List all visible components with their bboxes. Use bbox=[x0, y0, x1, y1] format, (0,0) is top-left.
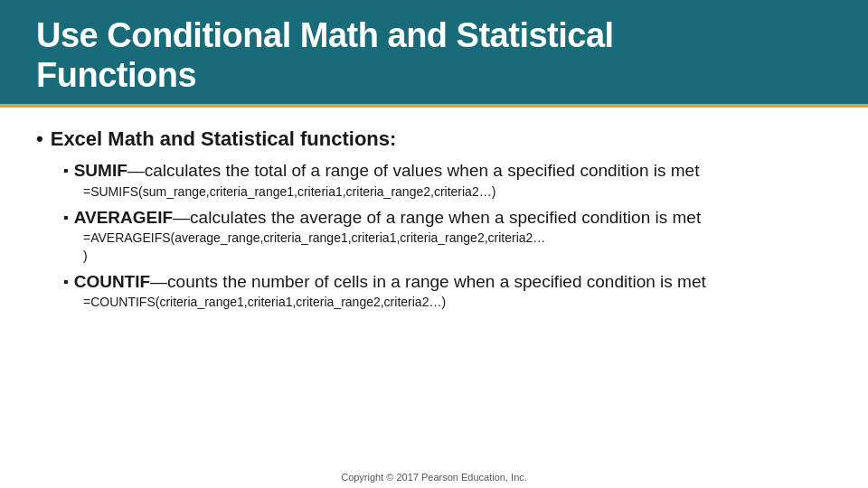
sub-items-list: SUMIF—calculates the total of a range of… bbox=[36, 160, 832, 311]
slide-title: Use Conditional Math and Statistical Fun… bbox=[36, 16, 832, 95]
averageif-description: —calculates the average of a range when … bbox=[173, 208, 701, 227]
sumif-text: SUMIF—calculates the total of a range of… bbox=[74, 160, 700, 183]
countif-text: COUNTIF—counts the number of cells in a … bbox=[74, 271, 706, 294]
list-item: COUNTIF—counts the number of cells in a … bbox=[63, 271, 832, 312]
slide-header: Use Conditional Math and Statistical Fun… bbox=[0, 0, 868, 108]
sumif-keyword: SUMIF bbox=[74, 161, 127, 180]
averageif-text: AVERAGEIF—calculates the average of a ra… bbox=[74, 207, 702, 230]
countif-item: COUNTIF—counts the number of cells in a … bbox=[63, 271, 832, 294]
countif-formula: =COUNTIFS(criteria_range1,criteria1,crit… bbox=[63, 294, 832, 312]
countif-description: —counts the number of cells in a range w… bbox=[150, 272, 706, 291]
sumif-formula: =SUMIFS(sum_range,criteria_range1,criter… bbox=[63, 183, 832, 202]
averageif-formula: =AVERAGEIFS(average_range,criteria_range… bbox=[63, 230, 832, 265]
slide: Use Conditional Math and Statistical Fun… bbox=[0, 0, 868, 488]
sumif-item: SUMIF—calculates the total of a range of… bbox=[63, 160, 832, 183]
main-bullet: Excel Math and Statistical functions: bbox=[36, 127, 832, 151]
averageif-item: AVERAGEIF—calculates the average of a ra… bbox=[63, 207, 832, 230]
copyright-text: Copyright © 2017 Pearson Education, Inc. bbox=[341, 472, 527, 483]
countif-keyword: COUNTIF bbox=[74, 272, 150, 291]
slide-content: Excel Math and Statistical functions: SU… bbox=[0, 108, 868, 466]
title-line1: Use Conditional Math and Statistical bbox=[36, 16, 614, 54]
list-item: SUMIF—calculates the total of a range of… bbox=[63, 160, 832, 201]
averageif-keyword: AVERAGEIF bbox=[74, 208, 173, 227]
title-line2: Functions bbox=[36, 56, 196, 94]
list-item: AVERAGEIF—calculates the average of a ra… bbox=[63, 207, 832, 266]
sumif-description: —calculates the total of a range of valu… bbox=[127, 161, 700, 180]
main-bullet-text: Excel Math and Statistical functions: bbox=[51, 127, 397, 151]
slide-footer: Copyright © 2017 Pearson Education, Inc. bbox=[0, 466, 868, 488]
